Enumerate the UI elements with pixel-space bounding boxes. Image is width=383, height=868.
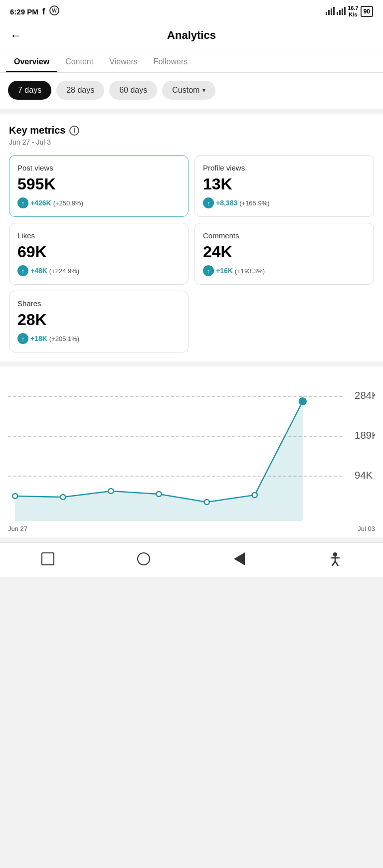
chart-point-4 bbox=[156, 492, 161, 497]
comments-label: Comments bbox=[203, 231, 366, 240]
post-views-label: Post views bbox=[17, 164, 180, 172]
svg-rect-4 bbox=[331, 8, 332, 15]
whatsapp-icon: W bbox=[49, 5, 59, 18]
status-bar: 6:29 PM f W 16.7K/s 90 bbox=[0, 0, 383, 21]
svg-line-19 bbox=[332, 561, 335, 566]
profile-views-change-pct: (+165.9%) bbox=[239, 199, 269, 207]
tab-viewers[interactable]: Viewers bbox=[101, 49, 146, 72]
chart-point-3 bbox=[108, 489, 113, 494]
metric-card-likes: Likes 69K +48K (+224.9%) bbox=[9, 223, 189, 285]
svg-rect-9 bbox=[344, 7, 346, 15]
shares-change: +18K (+205.1%) bbox=[17, 333, 180, 344]
comments-change-value: +16K bbox=[216, 267, 233, 275]
back-button[interactable]: ← bbox=[10, 28, 22, 42]
comments-change-pct: (+193.3%) bbox=[235, 267, 265, 275]
profile-views-change: +8,383 (+165.9%) bbox=[203, 197, 366, 208]
svg-rect-2 bbox=[326, 12, 327, 15]
battery-indicator: 90 bbox=[361, 6, 373, 17]
filter-28days[interactable]: 28 days bbox=[56, 81, 104, 100]
post-views-up-icon bbox=[17, 197, 28, 208]
svg-text:W: W bbox=[52, 8, 57, 13]
date-filter-bar: 7 days 28 days 60 days Custom ▾ bbox=[0, 73, 383, 109]
profile-views-label: Profile views bbox=[203, 164, 366, 172]
metric-card-shares: Shares 28K +18K (+205.1%) bbox=[9, 291, 189, 352]
svg-text:94K: 94K bbox=[355, 470, 373, 481]
chevron-down-icon: ▾ bbox=[202, 87, 205, 94]
status-left: 6:29 PM f W bbox=[10, 5, 59, 18]
likes-label: Likes bbox=[17, 231, 180, 240]
metric-card-post-views: Post views 595K +426K (+250.9%) bbox=[9, 155, 189, 217]
likes-value: 69K bbox=[17, 243, 180, 261]
metrics-header: Key metrics i bbox=[9, 125, 374, 136]
nav-accessibility-button[interactable] bbox=[327, 551, 343, 567]
metrics-title: Key metrics bbox=[9, 125, 65, 136]
filter-60days[interactable]: 60 days bbox=[109, 81, 157, 100]
post-views-change: +426K (+250.9%) bbox=[17, 197, 180, 208]
tab-followers[interactable]: Followers bbox=[146, 49, 195, 72]
chart-fill bbox=[15, 401, 303, 521]
likes-change: +48K (+224.9%) bbox=[17, 265, 180, 276]
nav-bar bbox=[0, 542, 383, 577]
tab-overview[interactable]: Overview bbox=[6, 49, 57, 72]
comments-change: +16K (+193.3%) bbox=[203, 265, 366, 276]
shares-label: Shares bbox=[17, 299, 180, 308]
circle-icon bbox=[137, 552, 150, 565]
shares-up-icon bbox=[17, 333, 28, 344]
metrics-date: Jun 27 - Jul 3 bbox=[9, 138, 374, 146]
header: ← Analytics bbox=[0, 21, 383, 49]
svg-rect-8 bbox=[342, 8, 343, 15]
filter-custom[interactable]: Custom ▾ bbox=[162, 81, 215, 100]
svg-rect-5 bbox=[333, 7, 335, 15]
status-time: 6:29 PM bbox=[10, 7, 38, 16]
likes-change-value: +48K bbox=[30, 267, 47, 275]
status-right: 16.7K/s 90 bbox=[326, 5, 373, 18]
profile-views-up-icon bbox=[203, 197, 214, 208]
shares-change-pct: (+205.1%) bbox=[49, 335, 79, 343]
svg-point-16 bbox=[333, 552, 337, 556]
metrics-grid: Post views 595K +426K (+250.9%) Profile … bbox=[9, 155, 374, 352]
likes-change-pct: (+224.9%) bbox=[49, 267, 79, 275]
chart-point-6 bbox=[252, 493, 257, 498]
metric-card-profile-views: Profile views 13K +8,383 (+165.9%) bbox=[194, 155, 374, 217]
chart-x-labels: Jun 27 Jul 03 bbox=[8, 521, 375, 532]
chart-line bbox=[15, 401, 303, 502]
custom-label: Custom bbox=[172, 86, 199, 95]
profile-views-value: 13K bbox=[203, 175, 366, 193]
svg-rect-3 bbox=[328, 10, 330, 15]
svg-text:284K: 284K bbox=[355, 390, 375, 401]
post-views-change-pct: (+250.9%) bbox=[53, 199, 83, 207]
signal-icon bbox=[326, 7, 335, 16]
chart-point-5 bbox=[204, 500, 209, 505]
comments-value: 24K bbox=[203, 243, 366, 261]
post-views-value: 595K bbox=[17, 175, 180, 193]
chart-svg: 284K 189K 94K bbox=[8, 381, 375, 521]
post-views-change-value: +426K bbox=[30, 199, 51, 207]
triangle-icon bbox=[234, 552, 245, 565]
person-icon bbox=[328, 551, 343, 566]
filter-7days[interactable]: 7 days bbox=[8, 81, 51, 100]
metric-card-comments: Comments 24K +16K (+193.3%) bbox=[194, 223, 374, 285]
tab-bar: Overview Content Viewers Followers bbox=[0, 49, 383, 73]
svg-text:189K: 189K bbox=[355, 430, 375, 441]
svg-rect-6 bbox=[337, 12, 338, 15]
page-title: Analytics bbox=[167, 29, 216, 42]
tab-content[interactable]: Content bbox=[57, 49, 101, 72]
key-metrics-section: Key metrics i Jun 27 - Jul 3 Post views … bbox=[0, 114, 383, 361]
chart-point-7 bbox=[299, 398, 306, 405]
svg-line-20 bbox=[335, 561, 338, 566]
chart-point-2 bbox=[60, 495, 65, 500]
nav-circle-button[interactable] bbox=[136, 551, 152, 567]
nav-back-button[interactable] bbox=[231, 551, 247, 567]
chart-section: 284K 189K 94K Jun 27 Jul 03 bbox=[0, 366, 383, 537]
chart-x-start: Jun 27 bbox=[8, 525, 27, 532]
signal-icon-2 bbox=[337, 7, 346, 16]
info-icon[interactable]: i bbox=[69, 126, 79, 136]
chart-x-end: Jul 03 bbox=[358, 525, 375, 532]
svg-rect-7 bbox=[339, 10, 341, 15]
network-speed: 16.7K/s bbox=[348, 5, 358, 18]
chart-container: 284K 189K 94K bbox=[8, 381, 375, 521]
profile-views-change-value: +8,383 bbox=[216, 199, 237, 207]
chart-point-1 bbox=[12, 494, 17, 499]
square-icon bbox=[41, 552, 54, 565]
nav-square-button[interactable] bbox=[40, 551, 56, 567]
